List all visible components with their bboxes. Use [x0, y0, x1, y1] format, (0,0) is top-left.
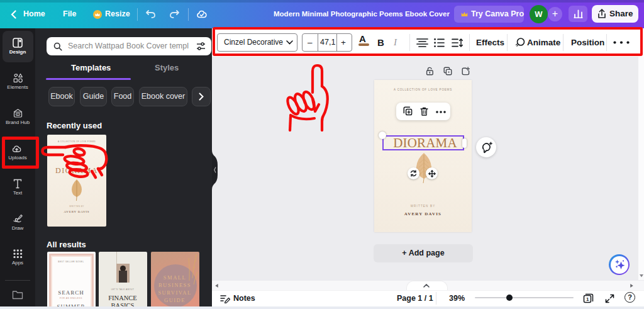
svg-text:co.: co.	[16, 114, 19, 116]
svg-text:1: 1	[586, 296, 589, 302]
